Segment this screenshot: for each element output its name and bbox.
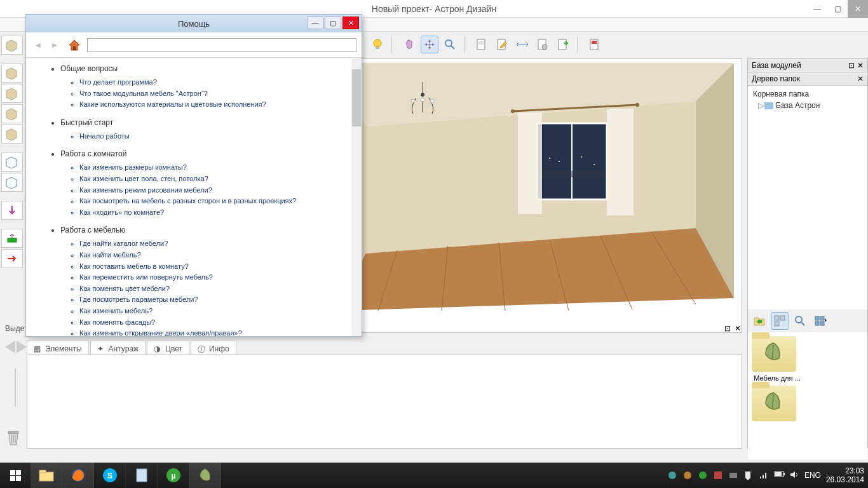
tree-root[interactable]: Корневая папка	[750, 88, 865, 100]
thumb-folder-1[interactable]: Мебель для ...	[752, 336, 803, 382]
taskbar-explorer[interactable]	[31, 463, 62, 488]
tray-network-icon[interactable]	[759, 470, 769, 480]
move-arrows-icon[interactable]	[421, 36, 438, 53]
red-right-tool[interactable]	[1, 249, 23, 268]
help-link[interactable]: Как изменить мебель?	[79, 306, 351, 317]
help-home-button[interactable]	[67, 37, 82, 53]
help-close-button[interactable]: ✕	[342, 17, 359, 29]
trash-icon[interactable]	[6, 430, 22, 447]
close-button[interactable]: ✕	[848, 0, 868, 18]
help-link[interactable]: Как поменять фасады?	[79, 317, 351, 329]
help-link[interactable]: Как изменить режим рисования мебели?	[79, 185, 351, 196]
help-maximize-button[interactable]: ▢	[325, 17, 341, 29]
help-link[interactable]: Что такое модульная мебель "Астрон"?	[79, 88, 351, 100]
thumb-view-icon[interactable]	[811, 312, 829, 330]
green-up-tool[interactable]	[1, 229, 23, 248]
thumb-search-icon[interactable]	[791, 312, 809, 330]
panel-close-icon-2[interactable]: ✕	[857, 61, 864, 70]
taskbar-utorrent[interactable]: µ	[158, 463, 189, 488]
help-link[interactable]: Как найти мебель?	[79, 250, 351, 261]
help-link[interactable]: Как посмотреть на мебель с разных сторон…	[79, 196, 351, 207]
tab-entourage[interactable]: ✦Антураж	[90, 341, 146, 356]
expand-icon[interactable]: ▷	[758, 101, 764, 110]
help-minimize-button[interactable]: —	[307, 17, 323, 29]
taskbar-notepad[interactable]	[126, 463, 158, 488]
hand-pan-icon[interactable]	[400, 36, 418, 53]
tray-volume-icon[interactable]	[789, 470, 799, 480]
thumb-open-icon[interactable]	[750, 312, 768, 330]
help-link[interactable]: Где найти каталог мебели?	[79, 238, 351, 250]
tree-close-icon[interactable]: ✕	[857, 74, 864, 83]
edit-document-icon[interactable]	[493, 36, 511, 53]
help-link[interactable]: Начало работы	[79, 131, 351, 142]
help-link[interactable]: Как переместить или повернуть мебель?	[79, 272, 351, 283]
document-red-icon[interactable]	[586, 36, 604, 53]
help-link[interactable]: Как поменять цвет мебели?	[79, 283, 351, 295]
tray-time: 23:03	[826, 466, 864, 475]
down-arrow-tool[interactable]	[1, 201, 23, 220]
taskbar-firefox[interactable]	[62, 463, 94, 488]
svg-point-12	[542, 44, 547, 50]
svg-rect-58	[73, 46, 76, 50]
tray-clock[interactable]: 23:03 26.03.2014	[826, 466, 864, 485]
help-link[interactable]: Где посмотреть параметры мебели?	[79, 294, 351, 306]
document-gear-icon[interactable]	[534, 36, 552, 53]
svg-point-67	[668, 471, 676, 479]
tray-battery-icon[interactable]	[774, 470, 784, 480]
lightbulb-icon[interactable]	[369, 36, 386, 53]
help-link[interactable]: Какие используются материалы и цветовые …	[79, 99, 351, 111]
box-tool-3[interactable]	[1, 84, 23, 103]
help-link[interactable]: Что делает программа?	[79, 77, 351, 88]
modules-panel-title: База модулей	[752, 61, 801, 70]
wireframe-tool-1[interactable]	[1, 152, 23, 172]
box-tool-4[interactable]	[1, 104, 23, 123]
tab-color[interactable]: ◑Цвет	[147, 341, 189, 356]
help-back-button[interactable]: ◄	[31, 38, 45, 52]
thumb-boxes-icon[interactable]	[771, 312, 789, 330]
help-link[interactable]: Как изменить цвет пола, стен, потолка?	[79, 173, 351, 185]
tray-icon-3[interactable]	[698, 470, 708, 480]
dimensions-icon[interactable]	[513, 36, 531, 53]
tray-icon-4[interactable]	[713, 470, 723, 480]
zoom-icon[interactable]	[441, 36, 459, 53]
wireframe-tool-2[interactable]	[1, 173, 23, 192]
thumb-folder-2[interactable]	[752, 386, 803, 421]
help-titlebar[interactable]: Помощь — ▢ ✕	[26, 15, 362, 32]
help-search-input[interactable]	[87, 38, 356, 52]
tray-action-center-icon[interactable]	[743, 470, 754, 480]
svg-rect-54	[815, 316, 819, 320]
taskbar-skype[interactable]: S	[94, 463, 126, 488]
box-tool-5[interactable]	[1, 125, 23, 144]
export-icon[interactable]	[554, 36, 572, 53]
help-forward-button[interactable]: ►	[48, 38, 62, 52]
svg-rect-13	[559, 39, 566, 50]
help-link[interactable]: Как изменить открывание двери «левая/пра…	[79, 328, 351, 336]
tray-icon-1[interactable]	[667, 470, 677, 480]
minimize-button[interactable]: —	[807, 0, 827, 18]
help-link[interactable]: Как «ходить» по комнате?	[79, 207, 351, 219]
document-icon[interactable]	[473, 36, 491, 53]
maximize-button[interactable]: ▢	[827, 0, 848, 18]
help-link[interactable]: Как изменить размеры комнаты?	[79, 162, 351, 173]
help-scrollbar[interactable]	[351, 58, 362, 336]
taskbar-astron[interactable]	[189, 463, 221, 488]
panel-pin-icon[interactable]: ⊡	[848, 61, 855, 70]
pin-icon[interactable]: ⊡	[724, 324, 731, 333]
tray-icon-2[interactable]	[682, 470, 693, 480]
start-button[interactable]	[0, 463, 31, 488]
tree-item-astron[interactable]: ▷База Астрон	[750, 100, 865, 111]
tray-language[interactable]: ENG	[804, 471, 821, 480]
panel-close-icon[interactable]: ✕	[735, 324, 741, 333]
svg-text:S: S	[107, 471, 112, 480]
box-tool-2[interactable]	[1, 64, 23, 83]
palette-prev[interactable]	[5, 341, 15, 353]
tab-elements[interactable]: ▦Элементы	[27, 341, 89, 356]
box-tool-1[interactable]	[1, 36, 23, 55]
zoom-slider[interactable]	[8, 369, 23, 419]
tab-info[interactable]: ⓘИнфо	[191, 341, 236, 356]
help-link[interactable]: Как поставить мебель в комнату?	[79, 261, 351, 273]
svg-rect-71	[729, 473, 737, 478]
palette-next[interactable]	[17, 341, 27, 353]
tray-icon-5[interactable]	[728, 470, 738, 480]
palette-nav	[5, 341, 27, 353]
